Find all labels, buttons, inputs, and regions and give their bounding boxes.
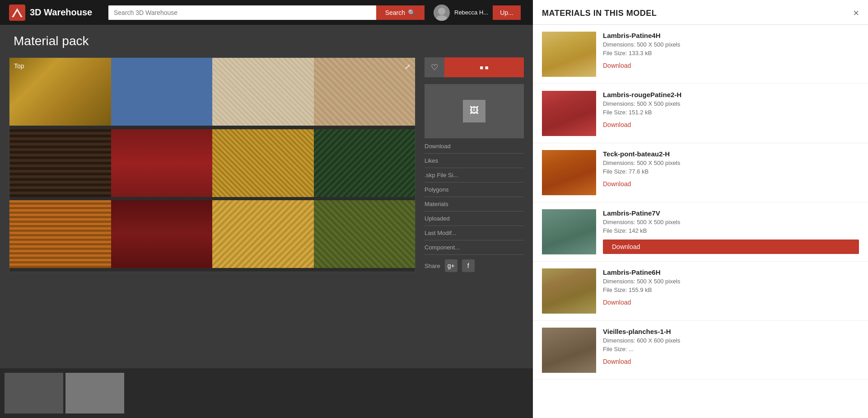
model-viewer: Top ⤢ — [9, 57, 415, 272]
materials-stat-label: Materials — [425, 201, 448, 207]
user-name: Rebecca H... — [454, 9, 488, 16]
material-name-teck: Teck-pont-bateau2-H — [603, 150, 859, 158]
material-name-lambris-rouge: Lambris-rougePatine2-H — [603, 91, 859, 99]
download-stat-label: Download — [425, 143, 451, 150]
main-content: Material pack Top ⤢ — [0, 25, 533, 418]
facebook-share-icon[interactable]: f — [462, 259, 475, 272]
page-title: Material pack — [14, 34, 519, 48]
material-size-lambris4h: File Size: 133.3 kB — [603, 50, 859, 56]
swatch-8[interactable] — [314, 129, 415, 197]
share-label: Share — [425, 263, 440, 269]
search-bar: Search 🔍 — [108, 5, 425, 20]
uploaded-stat-label: Uploaded — [425, 215, 450, 222]
thumb-1[interactable] — [5, 373, 63, 413]
close-materials-panel-button[interactable]: × — [853, 8, 859, 18]
material-dims-lambris6h: Dimensions: 500 X 500 pixels — [603, 278, 859, 285]
google-share-icon[interactable]: g+ — [445, 259, 457, 272]
material-dims-lambris7v: Dimensions: 500 X 500 pixels — [603, 219, 859, 225]
download-button-teck[interactable]: Download — [603, 180, 859, 188]
material-item-lambris7v: Lambris-Patine7V Dimensions: 500 X 500 p… — [533, 202, 868, 262]
swatch-10[interactable] — [111, 200, 213, 268]
svg-point-3 — [438, 8, 445, 15]
stat-components: Component... — [425, 244, 524, 255]
last-modified-stat-label: Last Modif... — [425, 230, 457, 236]
materials-panel: MATERIALS IN THIS MODEL × Lambris-Patine… — [533, 0, 868, 418]
search-icon: 🔍 — [408, 9, 415, 16]
download-button-vieilles[interactable]: Download — [603, 358, 859, 365]
material-dims-vieilles: Dimensions: 600 X 600 pixels — [603, 337, 859, 344]
material-size-lambris7v: File Size: 142 kB — [603, 227, 859, 234]
upload-button[interactable]: Up... — [493, 5, 521, 20]
polygons-stat-label: Polygons — [425, 186, 448, 193]
material-name-lambris4h: Lambris-Patine4H — [603, 32, 859, 39]
avatar — [434, 5, 450, 21]
swatch-2[interactable] — [111, 58, 213, 126]
material-thumb-teck — [542, 150, 596, 195]
material-item-vieilles: Vieilles-planches-1-H Dimensions: 600 X … — [533, 321, 868, 380]
swatch-9[interactable] — [9, 200, 111, 268]
stat-likes: Likes — [425, 157, 524, 168]
stat-uploaded: Uploaded — [425, 215, 524, 226]
skp-stat-label: .skp File Si... — [425, 172, 458, 178]
swatch-3[interactable] — [212, 58, 314, 126]
share-row: Share g+ f — [425, 259, 524, 272]
download-button-lambris7v[interactable]: Download — [603, 240, 859, 254]
download-button-lambris4h[interactable]: Download — [603, 62, 859, 69]
swatch-6[interactable] — [111, 129, 213, 197]
swatch-4[interactable] — [314, 58, 415, 126]
material-size-teck: File Size: 77.6 kB — [603, 168, 859, 175]
swatch-7[interactable] — [212, 129, 314, 197]
user-area: Rebecca H... Up... — [434, 5, 521, 21]
material-thumb-vieilles — [542, 328, 596, 373]
bottom-thumbnails — [0, 368, 533, 418]
materials-panel-header: MATERIALS IN THIS MODEL × — [533, 0, 868, 25]
material-name-lambris7v: Lambris-Patine7V — [603, 209, 859, 217]
sidebar-preview-image: 🖼 — [425, 84, 524, 138]
stat-materials: Materials — [425, 201, 524, 211]
svg-point-4 — [436, 15, 447, 21]
material-info-lambris7v: Lambris-Patine7V Dimensions: 500 X 500 p… — [603, 209, 859, 254]
sidebar-stats: Download Likes .skp File Si... Polygons … — [425, 143, 524, 255]
download-button-lambris6h[interactable]: Download — [603, 299, 859, 306]
search-input[interactable] — [108, 5, 376, 20]
favorite-button[interactable]: ♡ — [425, 57, 444, 77]
sidebar-action-button[interactable]: ■ ■ — [444, 57, 524, 77]
swatch-12[interactable] — [314, 200, 415, 268]
logo-text: 3D Warehouse — [30, 7, 92, 18]
material-info-lambris-rouge: Lambris-rougePatine2-H Dimensions: 500 X… — [603, 91, 859, 128]
svg-text:🖼: 🖼 — [470, 105, 479, 115]
swatch-1[interactable] — [9, 58, 111, 126]
material-info-teck: Teck-pont-bateau2-H Dimensions: 500 X 50… — [603, 150, 859, 188]
material-item-lambris4h: Lambris-Patine4H Dimensions: 500 X 500 p… — [533, 25, 868, 84]
download-button-lambris-rouge[interactable]: Download — [603, 121, 859, 128]
material-info-vieilles: Vieilles-planches-1-H Dimensions: 600 X … — [603, 328, 859, 365]
thumb-2[interactable] — [65, 373, 124, 413]
material-name-vieilles: Vieilles-planches-1-H — [603, 328, 859, 335]
search-button[interactable]: Search 🔍 — [376, 5, 425, 20]
viewer-label: Top — [14, 62, 24, 70]
content-area: Top ⤢ ♡ — [0, 53, 533, 277]
materials-list[interactable]: Lambris-Patine4H Dimensions: 500 X 500 p… — [533, 25, 868, 418]
material-name-lambris6h: Lambris-Patine6H — [603, 268, 859, 276]
stat-skp: .skp File Si... — [425, 172, 524, 183]
material-size-lambris-rouge: File Size: 151.2 kB — [603, 109, 859, 116]
material-size-vieilles: File Size: ... — [603, 346, 859, 352]
material-dims-lambris4h: Dimensions: 500 X 500 pixels — [603, 41, 859, 48]
material-thumb-lambris7v — [542, 209, 596, 254]
logo-icon — [9, 5, 25, 21]
material-dims-teck: Dimensions: 500 X 500 pixels — [603, 160, 859, 166]
sidebar-actions: ♡ ■ ■ — [425, 57, 524, 77]
swatch-11[interactable] — [212, 200, 314, 268]
sidebar-panel: ♡ ■ ■ 🖼 Download Likes .skp File Si... — [425, 57, 524, 272]
material-thumb-lambris6h — [542, 268, 596, 314]
material-dims-lambris-rouge: Dimensions: 500 X 500 pixels — [603, 100, 859, 107]
swatch-5[interactable] — [9, 129, 111, 197]
components-stat-label: Component... — [425, 244, 460, 251]
expand-button[interactable]: ⤢ — [405, 62, 411, 71]
material-item-lambris6h: Lambris-Patine6H Dimensions: 500 X 500 p… — [533, 262, 868, 321]
page-title-area: Material pack — [0, 25, 533, 53]
stat-polygons: Polygons — [425, 186, 524, 197]
material-info-lambris6h: Lambris-Patine6H Dimensions: 500 X 500 p… — [603, 268, 859, 306]
stat-last-modified: Last Modif... — [425, 230, 524, 240]
material-info-lambris4h: Lambris-Patine4H Dimensions: 500 X 500 p… — [603, 32, 859, 69]
